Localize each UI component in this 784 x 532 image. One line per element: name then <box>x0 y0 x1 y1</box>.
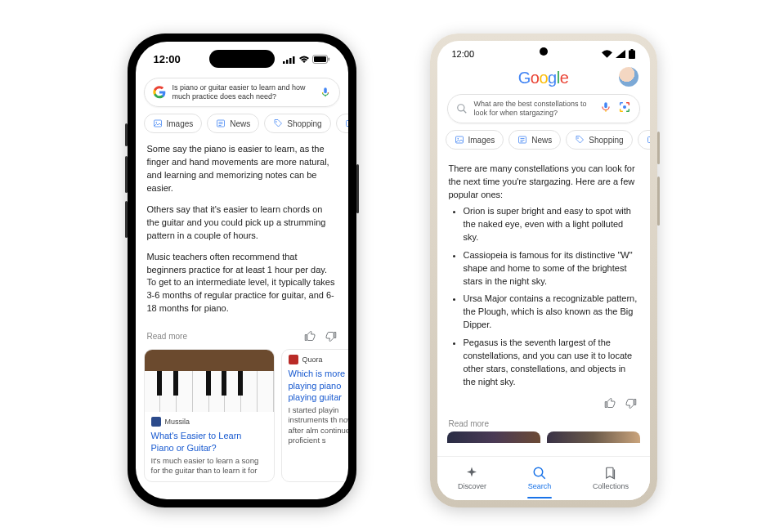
profile-avatar[interactable] <box>619 67 638 87</box>
image-icon <box>153 118 163 128</box>
search-bar[interactable]: Is piano or guitar easier to learn and h… <box>144 78 340 108</box>
svg-point-21 <box>623 105 626 109</box>
favicon-icon <box>289 355 298 364</box>
feedback-thumbs <box>437 396 650 411</box>
tag-icon <box>273 118 283 128</box>
source-name: Mussila <box>165 418 190 426</box>
search-query-text: Is piano or guitar easier to learn and h… <box>172 83 313 102</box>
camera-punch-hole <box>540 47 548 56</box>
result-card[interactable]: Mussila What's Easier to Learn Piano or … <box>144 349 275 481</box>
chip-news[interactable]: News <box>207 114 259 133</box>
play-icon <box>345 118 348 128</box>
thumbs-up-icon[interactable] <box>304 330 316 342</box>
google-g-icon <box>153 86 166 99</box>
thumbs-down-icon[interactable] <box>325 330 337 342</box>
answer-bullet-list: Orion is super bright and easy to spot w… <box>449 205 638 389</box>
nav-search[interactable]: Search <box>528 466 552 490</box>
svg-rect-3 <box>293 56 295 64</box>
search-icon <box>456 103 468 114</box>
result-title: What's Easier to Learn Piano or Guitar? <box>151 430 267 454</box>
nav-label: Search <box>528 482 552 490</box>
chip-label: Shopping <box>589 136 623 145</box>
svg-rect-14 <box>346 121 347 127</box>
thumbs-up-icon[interactable] <box>604 397 616 409</box>
svg-point-13 <box>276 121 278 123</box>
search-filter-chips: Images News Shopping Vide <box>437 130 650 156</box>
answer-intro: There are many constellations you can lo… <box>449 163 638 202</box>
chip-label: Images <box>468 136 495 145</box>
nav-collections[interactable]: Collections <box>593 466 629 490</box>
status-indicators <box>283 55 330 64</box>
chip-videos[interactable]: Vide <box>638 130 650 150</box>
read-more-link[interactable]: Read more <box>437 411 650 431</box>
result-thumbnail-strip <box>437 431 650 443</box>
nav-label: Collections <box>593 482 629 490</box>
answer-bullet: Pegasus is the seventh largest of the co… <box>464 337 638 389</box>
chip-images[interactable]: Images <box>446 130 504 150</box>
nav-label: Discover <box>458 482 486 490</box>
battery-icon <box>629 49 635 59</box>
read-more-link[interactable]: Read more <box>147 332 187 341</box>
iphone-screen: 12:00 Is piano or guitar easier to learn… <box>136 42 348 499</box>
chip-videos[interactable]: Vide <box>336 114 348 133</box>
svg-point-23 <box>457 138 459 140</box>
cellular-icon <box>283 56 296 64</box>
result-thumbnail[interactable] <box>547 431 640 443</box>
svg-rect-7 <box>154 120 161 127</box>
iphone-device-frame: 12:00 Is piano or guitar easier to learn… <box>128 34 356 507</box>
svg-rect-29 <box>647 137 649 143</box>
svg-rect-15 <box>629 50 635 59</box>
search-filter-chips: Images News Shopping Vide <box>136 114 348 140</box>
voice-search-icon[interactable] <box>600 101 612 116</box>
google-header: Google <box>437 64 650 91</box>
chip-images[interactable]: Images <box>144 114 203 133</box>
bottom-nav: Discover Search Collections <box>437 456 650 500</box>
answer-bullet: Orion is super bright and easy to spot w… <box>464 205 638 244</box>
svg-point-8 <box>155 122 157 123</box>
chip-label: News <box>230 119 250 128</box>
chip-label: Images <box>167 119 194 128</box>
svg-rect-22 <box>455 136 463 143</box>
battery-icon <box>312 55 330 64</box>
answer-paragraph: Others say that it's easier to learn cho… <box>147 203 337 243</box>
svg-rect-0 <box>283 61 285 64</box>
answer-bullet: Ursa Major contains a recognizable patte… <box>464 293 638 332</box>
svg-rect-6 <box>328 58 329 61</box>
voice-search-icon[interactable] <box>320 87 331 98</box>
status-time: 12:00 <box>452 49 475 59</box>
pixel-screen: 12:00 Google What are the best constella… <box>437 41 650 500</box>
search-query-text: What are the best constellations to look… <box>474 100 594 118</box>
tag-icon <box>575 135 585 145</box>
svg-rect-19 <box>604 102 607 108</box>
pixel-device-frame: 12:00 Google What are the best constella… <box>430 34 657 507</box>
ai-answer-body: Some say the piano is easier to learn, a… <box>136 140 348 327</box>
source-name: Quora <box>302 355 323 364</box>
image-icon <box>455 135 464 145</box>
dynamic-island <box>209 50 275 68</box>
svg-line-18 <box>463 110 466 114</box>
result-source: Quora <box>289 355 348 364</box>
google-lens-icon[interactable] <box>618 101 631 117</box>
svg-line-31 <box>541 475 545 479</box>
chip-shopping[interactable]: Shopping <box>566 130 632 150</box>
news-icon <box>216 118 226 128</box>
answer-paragraph: Some say the piano is easier to learn, a… <box>147 143 337 195</box>
thumbs-down-icon[interactable] <box>625 397 637 409</box>
chip-news[interactable]: News <box>508 130 561 150</box>
svg-rect-16 <box>630 49 633 51</box>
result-cards: Mussila What's Easier to Learn Piano or … <box>136 349 348 481</box>
result-snippet: It's much easier to learn a song for the… <box>151 456 267 476</box>
search-icon <box>532 466 547 481</box>
result-card[interactable]: Quora Which is more playing piano playin… <box>281 349 348 481</box>
feedback-row: Read more <box>136 327 348 349</box>
svg-point-28 <box>578 137 580 139</box>
nav-discover[interactable]: Discover <box>458 466 486 490</box>
search-bar[interactable]: What are the best constellations to look… <box>447 94 640 124</box>
cellular-icon <box>616 50 625 58</box>
ai-answer-body: There are many constellations you can lo… <box>437 156 650 396</box>
news-icon <box>517 135 527 145</box>
chip-label: Shopping <box>287 119 321 128</box>
svg-point-30 <box>534 467 543 476</box>
result-thumbnail[interactable] <box>447 431 540 443</box>
chip-shopping[interactable]: Shopping <box>264 114 330 133</box>
